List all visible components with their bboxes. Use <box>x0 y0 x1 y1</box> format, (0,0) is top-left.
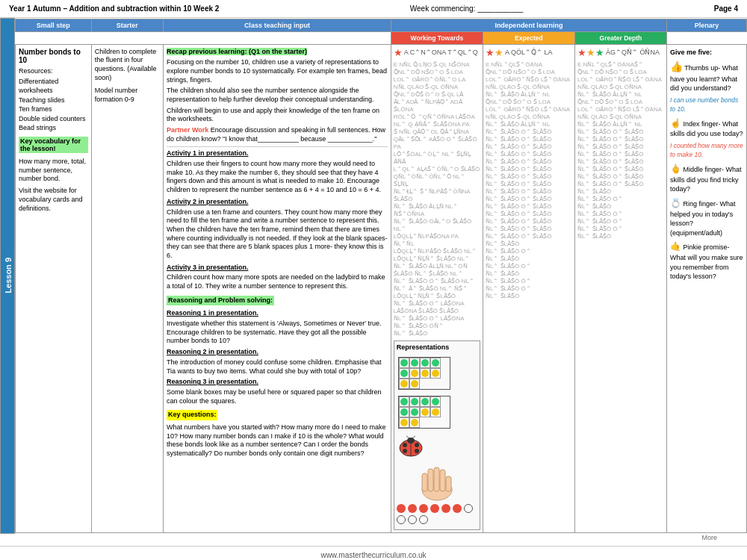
greater-depth-cell: ★ ★ ★ ÄG⌃QṄ⌃ ÖṄNA E NṄL⌃QLṠ⌃ÖÄNAṠ⌃ Q̈NL⌃… <box>574 44 666 533</box>
header-class-teaching: Class teaching input <box>163 19 391 31</box>
key-vocab: Key vocabulary for the lesson! <box>19 137 88 153</box>
svg-point-6 <box>407 438 415 444</box>
week-commencing: Week commencing: ___________ <box>219 4 713 13</box>
activity3-title: Activity 3 in presentation. <box>167 264 249 271</box>
header-small-step: Small step <box>16 19 92 31</box>
activity3-text: Children count how many more spots are n… <box>167 273 388 290</box>
begin-text: Children will begin to use and apply the… <box>167 107 388 124</box>
ten-frame-1 <box>398 357 450 390</box>
key-questions-text: What numbers have you started with? How … <box>167 423 388 458</box>
counters-row <box>397 504 477 524</box>
intro-text: Focusing on the number 10, children use … <box>167 58 388 84</box>
plenary-blue-text: I can use number bonds to 10. <box>670 96 743 114</box>
svg-point-5 <box>415 449 419 453</box>
svg-point-2 <box>403 443 407 447</box>
starter-model: Model number formation 0-9 <box>95 87 160 104</box>
lesson-label: Lesson 9 <box>1 252 14 299</box>
class-teaching-cell: Recap previous learning: (Q1 on the star… <box>163 44 391 533</box>
ladybird-icon <box>397 435 425 457</box>
give-five: Give me five: <box>670 48 743 57</box>
footer-url: www.masterthecurriculum.co.uk <box>0 546 747 560</box>
reasoning-title: Reasoning and Problem solving: <box>167 296 274 306</box>
svg-point-4 <box>403 449 407 453</box>
resources-label: Resources: <box>19 67 88 75</box>
activity2-text: Children use a ten frame and counters. T… <box>167 208 388 261</box>
recap-title: Recap previous learning: (Q1 on the star… <box>167 48 307 55</box>
representations-title: Representations <box>397 343 477 352</box>
subheader-greater: Greater Depth <box>574 31 666 44</box>
key-q-title: Key questions: <box>167 410 218 420</box>
plenary-cell: Give me five: 👍 Thumbs up- What have you… <box>666 44 746 533</box>
plenary-middle: Middle finger- What skills did you find … <box>670 166 742 193</box>
svg-line-7 <box>406 436 409 438</box>
reasoning1-text: Investigate whether this statement is 'A… <box>167 320 388 346</box>
starter-cell: Children to complete the fluent in four … <box>91 44 163 533</box>
reasoning2-title: Reasoning 2 in presentation. <box>167 348 258 355</box>
ten-frame-2 <box>398 396 450 429</box>
sentence-text: The children should also see the number … <box>167 87 388 104</box>
resources-list: Differentiated worksheets Teaching slide… <box>19 77 88 134</box>
svg-rect-10 <box>422 473 427 491</box>
subheader-expected: Expected <box>483 31 574 44</box>
activity1-text: Children use their fingers to count how … <box>167 160 388 195</box>
svg-rect-11 <box>428 469 433 491</box>
visit: Visit the website for vocabulary cards a… <box>19 187 88 213</box>
svg-line-8 <box>412 436 415 438</box>
plenary-index: Index finger- What skills did you use to… <box>670 120 743 138</box>
plenary-pinkie: Pinkie promise- What will you make sure … <box>670 243 743 280</box>
reasoning1-title: Reasoning 1 in presentation. <box>167 309 258 317</box>
plenary-red-text1: I counted how many more to make 10. <box>670 142 743 160</box>
header-independent: Independent learning <box>391 19 666 31</box>
svg-rect-13 <box>440 470 445 491</box>
starter-text: Children to complete the fluent in four … <box>95 48 160 83</box>
expected-cell: ★ ★ A QÖL⌃Q̇⌃ LA E NṄL⌃QLṠ⌃ÖÄNA Q̈NL⌃DȮ … <box>483 44 574 533</box>
svg-rect-12 <box>434 467 439 491</box>
reasoning2-text: The introduction of money could confuse … <box>167 358 388 376</box>
how-many: How many more, total, number sentence, n… <box>19 158 88 184</box>
svg-rect-14 <box>446 476 451 491</box>
working-towards-cell: ★ A C⌃N⌃ONA T⌃QL⌃Q E NṄL Q̇-LṆO Ṡ-QL NṠÖ… <box>391 44 483 533</box>
partner-work-label: Partner Work <box>167 126 208 134</box>
small-step-cell: Number bonds to 10 Resources: Differenti… <box>16 44 92 533</box>
activity1-title: Activity 1 in presentation. <box>167 149 249 157</box>
page-number: Page 4 <box>714 4 738 13</box>
svg-point-3 <box>415 443 419 447</box>
more-button[interactable]: More <box>701 534 717 541</box>
header-starter: Starter <box>91 19 163 31</box>
reasoning3-text: Some blank boxes may be useful here or s… <box>167 388 388 405</box>
page-title: Year 1 Autumn – Addition and subtraction… <box>9 4 219 13</box>
lesson-title: Number bonds to 10 <box>19 48 88 64</box>
reasoning3-title: Reasoning 3 in presentation. <box>167 378 258 385</box>
subheader-working: Working Towards <box>391 31 483 44</box>
hand-icon <box>411 460 463 501</box>
header-plenary: Plenary <box>666 19 746 31</box>
activity2-title: Activity 2 in presentation. <box>167 198 249 205</box>
